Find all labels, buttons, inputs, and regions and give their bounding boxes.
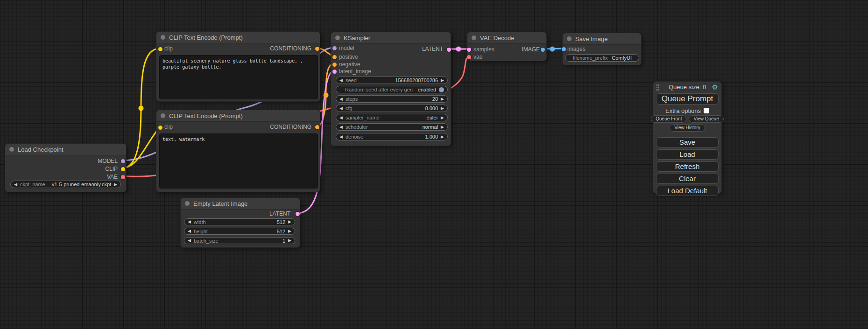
node-title: CLIP Text Encode (Prompt): [169, 34, 243, 41]
input-port-latent-image[interactable]: [332, 70, 337, 74]
input-port-positive[interactable]: [332, 55, 337, 59]
ckpt-name-widget[interactable]: ◀ ckpt_name v1-5-pruned-emaonly.ckpt ▶: [10, 181, 121, 188]
node-save-image[interactable]: Save Image images filename_prefix ComfyU…: [562, 33, 642, 65]
width-widget[interactable]: ◀ width 512 ▶: [184, 218, 295, 225]
node-status-dot-icon: [161, 35, 165, 40]
input-port-negative[interactable]: [332, 63, 337, 67]
decrement-arrow-icon[interactable]: ◀: [188, 220, 191, 224]
input-port-images[interactable]: [562, 47, 566, 51]
widget-value: enabled: [418, 87, 436, 92]
queue-prompt-button[interactable]: Queue Prompt: [656, 93, 719, 105]
view-queue-button[interactable]: View Queue: [689, 115, 723, 123]
increment-arrow-icon[interactable]: ▶: [288, 220, 291, 224]
decrement-arrow-icon[interactable]: ◀: [188, 238, 191, 243]
increment-arrow-icon[interactable]: ▶: [441, 116, 444, 120]
input-port-model[interactable]: [332, 46, 337, 50]
decrement-arrow-icon[interactable]: ◀: [339, 135, 343, 139]
decrement-arrow-icon[interactable]: ◀: [188, 229, 191, 233]
toggle-knob-icon[interactable]: [439, 87, 444, 92]
output-label-clip: CLIP: [105, 166, 118, 172]
node-title-bar: VAE Decode: [467, 32, 546, 44]
input-label-positive: positive: [339, 54, 358, 60]
output-label-latent: LATENT: [269, 211, 290, 217]
sampler-name-widget[interactable]: ◀ sampler_name euler ▶: [336, 114, 448, 121]
output-port-conditioning[interactable]: [315, 47, 319, 51]
node-title-bar: CLIP Text Encode (Prompt): [156, 110, 320, 122]
input-port-clip[interactable]: [158, 126, 162, 130]
node-clip-text-encode-positive[interactable]: CLIP Text Encode (Prompt) clip CONDITION…: [156, 31, 320, 102]
node-vae-decode[interactable]: VAE Decode samples vae IMAGE: [467, 32, 547, 61]
node-ksampler[interactable]: KSampler model positive negative latent_…: [331, 32, 451, 146]
output-port-clip[interactable]: [121, 167, 125, 171]
node-status-dot-icon: [161, 113, 165, 118]
output-port-vae[interactable]: [121, 175, 125, 179]
decrement-arrow-icon[interactable]: ◀: [339, 78, 343, 83]
widget-label: width: [194, 219, 206, 225]
decrement-arrow-icon[interactable]: ◀: [339, 116, 343, 120]
increment-arrow-icon[interactable]: ▶: [441, 78, 444, 83]
save-button[interactable]: Save: [656, 137, 719, 147]
node-status-dot-icon: [567, 36, 572, 41]
output-port-latent[interactable]: [296, 212, 300, 216]
load-default-button[interactable]: Load Default: [656, 186, 719, 196]
widget-value: euler: [427, 115, 438, 120]
filename-prefix-widget[interactable]: filename_prefix ComfyUI: [565, 54, 639, 62]
increment-arrow-icon[interactable]: ▶: [114, 182, 117, 187]
node-status-dot-icon: [9, 147, 14, 152]
clear-button[interactable]: Clear: [656, 174, 719, 184]
node-load-checkpoint[interactable]: Load Checkpoint MODEL CLIP VAE ◀ ckpt_na…: [5, 143, 127, 192]
widget-value: 512: [277, 219, 285, 225]
widget-label: seed: [346, 77, 357, 83]
widget-label: batch_size: [194, 238, 219, 244]
cfg-widget[interactable]: ◀ cfg 8.000 ▶: [336, 105, 448, 112]
extra-options-checkbox[interactable]: [704, 108, 709, 113]
negative-prompt-textarea[interactable]: text, watermark: [159, 133, 318, 189]
gear-icon[interactable]: ⚙: [712, 83, 718, 91]
refresh-button[interactable]: Refresh: [656, 161, 719, 172]
queue-panel-header: Queue size: 0 ⚙: [653, 82, 721, 92]
scheduler-widget[interactable]: ◀ scheduler normal ▶: [336, 123, 448, 131]
extra-options-label: Extra options: [665, 107, 701, 114]
increment-arrow-icon[interactable]: ▶: [288, 229, 291, 233]
batch-size-widget[interactable]: ◀ batch_size 1 ▶: [184, 237, 295, 244]
seed-widget[interactable]: ◀ seed 156680208700286 ▶: [336, 77, 448, 84]
decrement-arrow-icon[interactable]: ◀: [339, 106, 343, 111]
widget-value: 8.000: [425, 105, 438, 111]
queue-front-button[interactable]: Queue Front: [651, 115, 686, 123]
view-history-button[interactable]: View History: [670, 124, 705, 132]
decrement-arrow-icon[interactable]: ◀: [339, 97, 343, 101]
input-label-clip: clip: [164, 124, 173, 130]
input-port-clip[interactable]: [158, 47, 162, 51]
increment-arrow-icon[interactable]: ▶: [441, 125, 444, 129]
node-title: Load Checkpoint: [18, 146, 64, 153]
input-port-vae[interactable]: [467, 55, 471, 59]
widget-label: scheduler: [346, 124, 368, 130]
widget-value: 512: [277, 229, 285, 234]
input-port-samples[interactable]: [467, 48, 471, 52]
random-seed-toggle-widget[interactable]: Random seed after every gen enabled: [336, 86, 448, 93]
height-widget[interactable]: ◀ height 512 ▶: [184, 228, 295, 235]
increment-arrow-icon[interactable]: ▶: [288, 238, 291, 243]
decrement-arrow-icon[interactable]: ◀: [339, 125, 343, 129]
node-empty-latent-image[interactable]: Empty Latent Image LATENT ◀ width 512 ▶ …: [180, 197, 300, 248]
widget-value: 156680208700286: [395, 77, 438, 83]
decrement-arrow-icon[interactable]: ◀: [14, 182, 17, 187]
drag-handle-icon[interactable]: [656, 84, 660, 91]
positive-prompt-textarea[interactable]: beautiful scenery nature glass bottle la…: [159, 55, 318, 99]
denoise-widget[interactable]: ◀ denoise 1.000 ▶: [336, 133, 448, 140]
widget-value: normal: [422, 124, 438, 130]
output-port-latent[interactable]: [447, 48, 451, 52]
increment-arrow-icon[interactable]: ▶: [441, 106, 444, 111]
output-port-model[interactable]: [121, 159, 125, 163]
output-port-conditioning[interactable]: [315, 125, 319, 129]
load-button[interactable]: Load: [656, 149, 719, 160]
steps-widget[interactable]: ◀ steps 20 ▶: [336, 95, 448, 103]
input-label-vae: vae: [473, 54, 482, 60]
output-label-vae: VAE: [107, 174, 118, 180]
widget-value: ComfyUI: [612, 55, 632, 61]
node-clip-text-encode-negative[interactable]: CLIP Text Encode (Prompt) clip CONDITION…: [156, 110, 320, 192]
increment-arrow-icon[interactable]: ▶: [441, 135, 444, 139]
input-label-negative: negative: [339, 62, 360, 68]
increment-arrow-icon[interactable]: ▶: [441, 97, 444, 101]
output-port-image[interactable]: [541, 48, 545, 52]
